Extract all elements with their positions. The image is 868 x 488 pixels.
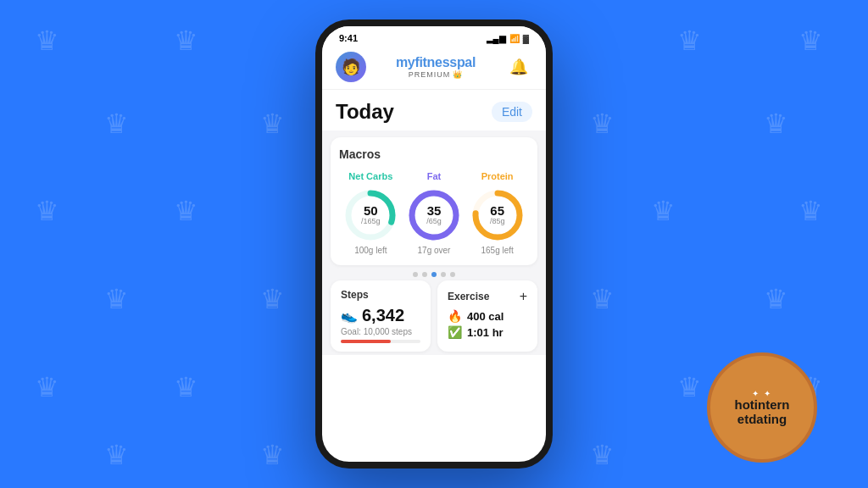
dot-2 bbox=[422, 272, 427, 277]
avatar[interactable]: 🧑 bbox=[336, 52, 366, 82]
watermark-line1: hotintern bbox=[735, 398, 790, 413]
time-display: 9:41 bbox=[339, 33, 358, 43]
protein-goal: /85g bbox=[490, 217, 505, 226]
bottom-cards-row: Steps 👟 6,342 Goal: 10,000 steps Exercis… bbox=[331, 280, 537, 352]
steps-value-row: 👟 6,342 bbox=[341, 306, 420, 325]
steps-icon: 👟 bbox=[341, 308, 358, 324]
dot-3-active bbox=[431, 272, 437, 277]
watermark-circle: ✦ ✦ hotintern etdating bbox=[707, 352, 817, 463]
content-area: Today Edit Macros Net Carbs bbox=[322, 90, 546, 355]
steps-card-header: Steps bbox=[341, 289, 420, 301]
exercise-card-header: Exercise + bbox=[448, 289, 527, 304]
fat-values: 35 /65g bbox=[407, 188, 461, 242]
app-title-area: myfitnesspal PREMIUM 👑 bbox=[396, 55, 476, 79]
exercise-calories: 400 cal bbox=[467, 310, 504, 323]
exercise-calories-row: 🔥 400 cal bbox=[448, 309, 527, 323]
signal-icon: ▂▄▆ bbox=[487, 34, 506, 43]
exercise-card: Exercise + 🔥 400 cal ✅ 1:01 hr bbox=[437, 280, 537, 352]
exercise-time-row: ✅ 1:01 hr bbox=[448, 325, 527, 339]
carbs-value: 50 bbox=[364, 204, 378, 217]
carbs-goal: /165g bbox=[361, 217, 381, 226]
pagination-dots bbox=[322, 272, 546, 277]
macros-row: Net Carbs 50 /165g 100g left bbox=[339, 171, 529, 255]
carbs-values: 50 /165g bbox=[343, 188, 398, 242]
exercise-time: 1:01 hr bbox=[467, 326, 504, 339]
macro-protein: Protein 65 /85g 165g left bbox=[470, 171, 525, 255]
edit-button[interactable]: Edit bbox=[492, 102, 532, 122]
phone-frame: 9:41 ▂▄▆ 📶 ▓ 🧑 myfitnesspal PREMIUM 👑 🔔 bbox=[315, 19, 553, 469]
today-header: Today Edit bbox=[322, 90, 546, 130]
protein-donut: 65 /85g bbox=[470, 188, 525, 242]
protein-values: 65 /85g bbox=[470, 188, 525, 242]
dot-5 bbox=[450, 272, 455, 277]
steps-card: Steps 👟 6,342 Goal: 10,000 steps bbox=[331, 280, 431, 352]
macro-carbs: Net Carbs 50 /165g 100g left bbox=[343, 171, 398, 255]
add-exercise-button[interactable]: + bbox=[520, 289, 527, 304]
protein-value: 65 bbox=[490, 204, 504, 217]
premium-label: PREMIUM bbox=[409, 70, 451, 79]
steps-count: 6,342 bbox=[362, 306, 404, 325]
fat-sub: 17g over bbox=[418, 246, 451, 255]
fat-value: 35 bbox=[427, 204, 442, 217]
page-title: Today bbox=[336, 100, 394, 124]
check-icon: ✅ bbox=[448, 325, 462, 339]
status-bar: 9:41 ▂▄▆ 📶 ▓ bbox=[322, 26, 546, 47]
steps-progress-fill bbox=[341, 340, 391, 343]
premium-badge: PREMIUM 👑 bbox=[396, 70, 476, 79]
app-header: 🧑 myfitnesspal PREMIUM 👑 🔔 bbox=[322, 47, 546, 90]
macro-fat: Fat 35 /65g 17g over bbox=[407, 171, 461, 255]
wifi-icon: 📶 bbox=[509, 34, 520, 43]
phone-screen: 9:41 ▂▄▆ 📶 ▓ 🧑 myfitnesspal PREMIUM 👑 🔔 bbox=[315, 19, 553, 469]
carbs-label: Net Carbs bbox=[348, 171, 392, 181]
protein-label: Protein bbox=[481, 171, 514, 181]
app-name: myfitnesspal bbox=[396, 55, 476, 70]
carbs-sub: 100g left bbox=[354, 246, 387, 255]
macros-card: Macros Net Carbs 50 /165g bbox=[331, 137, 537, 265]
watermark-line2: etdating bbox=[737, 413, 787, 427]
steps-goal: Goal: 10,000 steps bbox=[341, 327, 420, 336]
macros-title: Macros bbox=[339, 147, 529, 161]
fat-donut: 35 /65g bbox=[407, 188, 461, 242]
exercise-title: Exercise bbox=[448, 291, 489, 302]
dot-4 bbox=[441, 272, 446, 277]
carbs-donut: 50 /165g bbox=[343, 188, 398, 242]
steps-title: Steps bbox=[341, 289, 369, 301]
battery-icon: ▓ bbox=[523, 34, 529, 43]
protein-sub: 165g left bbox=[481, 246, 513, 255]
fat-goal: /65g bbox=[426, 217, 442, 226]
crown-icon-small: 👑 bbox=[453, 70, 463, 79]
status-icons: ▂▄▆ 📶 ▓ bbox=[487, 34, 529, 43]
watermark-logo: ✦ ✦ hotintern etdating bbox=[707, 352, 817, 463]
fire-icon: 🔥 bbox=[448, 309, 462, 323]
steps-progress-bg bbox=[341, 340, 420, 343]
fat-label: Fat bbox=[427, 171, 442, 181]
notification-button[interactable]: 🔔 bbox=[505, 53, 532, 80]
dot-1 bbox=[413, 272, 418, 277]
